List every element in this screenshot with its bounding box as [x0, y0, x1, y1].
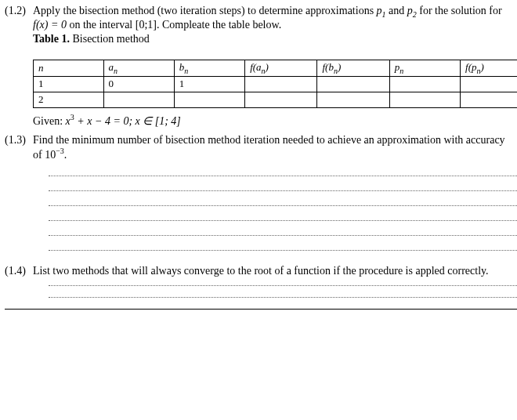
exponent: −3: [56, 147, 64, 155]
equation: f(x) = 0: [33, 19, 67, 31]
text: for the solution for: [417, 5, 502, 16]
cell-fpn: [461, 77, 517, 92]
dotted-answer-line: [49, 297, 517, 298]
label: n: [38, 62, 44, 74]
text: .: [64, 149, 67, 161]
question-number: (1.3): [5, 134, 33, 147]
table-row: 1 0 1: [34, 77, 518, 92]
table-caption: Bisection method: [70, 33, 150, 45]
question-number: (1.4): [5, 265, 33, 277]
dotted-answer-line: [49, 176, 517, 176]
text: Find the minimum number of bisection met…: [33, 134, 505, 161]
label: f(b: [322, 61, 333, 73]
bisection-table: n an bn f(an) f(bn) pn f(pn) 1 0 1 2: [33, 60, 517, 109]
cell-n: 1: [34, 77, 104, 92]
question-number: (1.2): [5, 5, 33, 17]
expr: + x − 4 = 0; x ∈ [1; 4]: [74, 115, 181, 127]
sub: n: [400, 66, 403, 74]
cell-bn: 1: [174, 77, 244, 92]
table-label: Table 1.: [33, 33, 70, 45]
dotted-answer-line: [49, 205, 517, 206]
question-text: Apply the bisection method (two iteratio…: [33, 5, 515, 50]
col-fan: f(an): [245, 60, 317, 77]
dotted-answer-line: [49, 250, 517, 251]
col-an: an: [103, 60, 174, 77]
col-n: n: [34, 60, 104, 77]
col-pn: pn: [389, 60, 460, 77]
var-p2: p: [407, 5, 413, 16]
sub: n: [114, 66, 118, 74]
sub: n: [184, 66, 188, 74]
question-text: List two methods that will always conver…: [33, 265, 515, 277]
col-fbn: f(bn): [317, 60, 389, 77]
dotted-answer-line: [49, 220, 517, 221]
close: ): [338, 61, 341, 73]
var-p1: p: [377, 5, 382, 16]
table-title: Table 1. Bisection method: [33, 33, 512, 45]
cell-n: 2: [34, 92, 104, 108]
given-label: Given:: [33, 115, 66, 127]
cell-fan: [245, 77, 317, 92]
dotted-answer-line: [49, 235, 517, 236]
label: f(p: [465, 61, 476, 73]
answer-lines-1-3: [49, 176, 515, 251]
text: on the interval [0;1]. Compleate the tab…: [67, 19, 281, 31]
dotted-answer-line: [49, 285, 517, 286]
cell-bn: [174, 92, 244, 108]
table-header-row: n an bn f(an) f(bn) pn f(pn): [34, 60, 518, 77]
close: ): [266, 61, 269, 73]
section-divider: [5, 309, 517, 310]
cell-fpn: [461, 92, 517, 108]
text: Apply the bisection method (two iteratio…: [33, 5, 377, 16]
question-1-3: (1.3) Find the minimum number of bisecti…: [5, 134, 515, 161]
cell-pn: [389, 77, 460, 92]
cell-an: 0: [103, 77, 174, 92]
cell-fbn: [317, 92, 389, 108]
question-1-4: (1.4) List two methods that will always …: [5, 265, 515, 277]
question-text: Find the minimum number of bisection met…: [33, 134, 515, 161]
cell-fan: [245, 92, 317, 108]
given-equation: Given: x3 + x − 4 = 0; x ∈ [1; 4]: [33, 113, 515, 128]
question-1-2: (1.2) Apply the bisection method (two it…: [5, 5, 515, 50]
answer-lines-1-4: [49, 285, 515, 298]
text: and: [386, 5, 407, 16]
col-fpn: f(pn): [461, 60, 517, 77]
dotted-answer-line: [49, 190, 517, 191]
col-bn: bn: [174, 60, 244, 77]
cell-an: [103, 92, 174, 108]
close: ): [481, 61, 484, 73]
cell-fbn: [317, 77, 389, 92]
table-row: 2: [34, 92, 518, 108]
cell-pn: [389, 92, 460, 108]
label: f(a: [250, 61, 261, 73]
